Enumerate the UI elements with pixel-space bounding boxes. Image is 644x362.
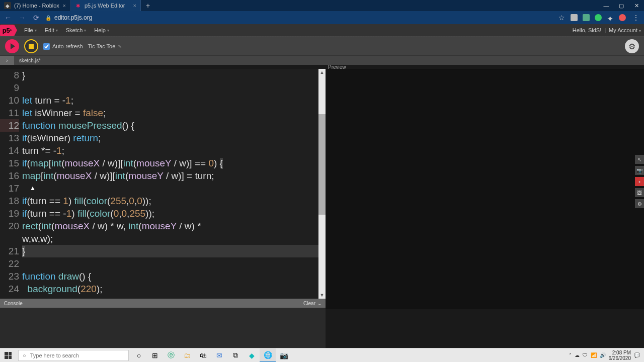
chevron-right-icon: › — [6, 58, 8, 63]
menu-help[interactable]: Help▾ — [91, 25, 112, 35]
scroll-up-icon[interactable]: ▲ — [318, 69, 326, 76]
chevron-down-icon: ▾ — [56, 28, 58, 33]
play-icon — [11, 43, 15, 49]
console-header: Console Clear ⌄ — [0, 299, 326, 308]
tray-chevron-icon[interactable]: ˄ — [569, 352, 572, 358]
browser-tabs: ◆ (7) Home - Roblox × ✱ p5.js Web Editor… — [0, 0, 155, 11]
lock-icon: 🔒 — [45, 15, 51, 21]
gear-icon: ⚙ — [628, 42, 635, 51]
extension-icons: ✦ ⋮ — [571, 13, 641, 23]
reload-button[interactable]: ⟳ — [31, 13, 41, 23]
my-account-menu[interactable]: My Account ▾ — [609, 27, 641, 33]
start-button[interactable] — [0, 348, 16, 363]
roblox-favicon-icon: ◆ — [4, 2, 11, 9]
cortana-icon[interactable]: ○ — [131, 348, 147, 363]
menu-file[interactable]: File▾ — [21, 25, 40, 35]
autorefresh-checkbox[interactable] — [43, 43, 50, 50]
scrollbar-thumb[interactable] — [318, 114, 326, 215]
search-icon: ○ — [23, 352, 26, 358]
back-button[interactable]: ← — [3, 13, 13, 23]
chevron-down-icon: ⌄ — [317, 301, 321, 306]
close-icon[interactable]: × — [133, 3, 136, 9]
play-button[interactable] — [5, 39, 19, 53]
file-tab-sketch[interactable]: sketch.js* — [14, 58, 46, 63]
explorer-icon[interactable]: 🗂 — [179, 348, 195, 363]
notifications-icon[interactable]: 💬 — [634, 352, 640, 358]
sidebar-expand-button[interactable]: › — [0, 56, 14, 65]
search-placeholder: Type here to search — [30, 352, 79, 358]
maximize-button[interactable]: ▢ — [614, 0, 629, 11]
system-tray: ˄ ☁ 🛡 📶 🔊 2:08 PM 6/26/2020 💬 — [565, 350, 645, 361]
wifi-icon[interactable]: 📶 — [591, 352, 597, 358]
sketch-name[interactable]: Tic Tac Toe ✎ — [88, 43, 122, 49]
store-icon[interactable]: 🛍 — [195, 348, 211, 363]
editor-scrollbar[interactable]: ▲ ▼ — [318, 69, 326, 299]
line-gutter: 89101112131415161718192021222324 — [0, 69, 22, 299]
shield-icon[interactable]: 🛡 — [583, 352, 588, 358]
p5-logo[interactable]: p5* — [0, 25, 14, 36]
browser-tab-p5[interactable]: ✱ p5.js Web Editor × — [70, 0, 141, 11]
edge-icon[interactable]: ⓔ — [163, 348, 179, 363]
taskbar-search[interactable]: ○ Type here to search — [18, 350, 129, 361]
chevron-down-icon: ▾ — [639, 29, 641, 33]
window-controls: — ▢ ✕ — [599, 0, 644, 11]
close-icon[interactable]: × — [63, 3, 66, 9]
forward-button[interactable]: → — [17, 13, 27, 23]
mail-icon[interactable]: ✉ — [211, 348, 227, 363]
extensions-menu-icon[interactable]: ✦ — [607, 14, 614, 21]
code-area[interactable]: }let turn = -1;let isWinner = false;func… — [22, 69, 326, 299]
editor-toolbar: Auto-refresh Tic Tac Toe ✎ ⚙ — [0, 37, 644, 56]
chevron-down-icon: ▾ — [107, 28, 109, 33]
windows-logo-icon — [5, 352, 12, 359]
minimize-button[interactable]: — — [599, 0, 614, 11]
close-window-button[interactable]: ✕ — [629, 0, 644, 11]
pointer-icon[interactable]: ↖ — [635, 155, 644, 164]
console-label: Console — [4, 301, 23, 306]
browser-menu-icon[interactable]: ⋮ — [631, 13, 641, 23]
browser-titlebar: ◆ (7) Home - Roblox × ✱ p5.js Web Editor… — [0, 0, 644, 11]
console-clear-button[interactable]: Clear ⌄ — [303, 301, 321, 306]
p5-favicon-icon: ✱ — [74, 2, 82, 9]
tab-title: p5.js Web Editor — [85, 3, 125, 9]
image-icon[interactable]: 🖼 — [635, 188, 644, 197]
tab-title: (7) Home - Roblox — [14, 3, 59, 9]
greeting-text: Hello, SidS! — [573, 27, 601, 33]
profile-avatar-icon[interactable] — [619, 14, 626, 21]
settings-button[interactable]: ⚙ — [625, 39, 639, 53]
browser-tab-roblox[interactable]: ◆ (7) Home - Roblox × — [0, 0, 70, 11]
chrome-icon[interactable]: 🌐 — [260, 348, 276, 363]
chevron-down-icon: ▾ — [35, 28, 37, 33]
editor-menubar: File▾ Edit▾ Sketch▾ Help▾ Hello, SidS! |… — [0, 24, 644, 37]
new-tab-button[interactable]: + — [141, 0, 155, 11]
taskbar-clock[interactable]: 2:08 PM 6/26/2020 — [609, 350, 631, 361]
chevron-down-icon: ▾ — [84, 28, 86, 33]
camera-icon[interactable]: 📷 — [635, 166, 644, 175]
url-text: editor.p5js.org — [54, 14, 92, 21]
recording-toolbar: ↖ 📷 ▪ 🖼 ⚙ — [635, 155, 644, 208]
gear-icon[interactable]: ⚙ — [635, 199, 644, 208]
autorefresh-toggle[interactable]: Auto-refresh — [43, 43, 83, 50]
camera-app-icon[interactable]: 📷 — [276, 348, 292, 363]
browser-addressbar: ← → ⟳ 🔒 editor.p5js.org ☆ ✦ ⋮ — [0, 11, 644, 24]
dropbox-icon[interactable]: ⧉ — [227, 348, 244, 363]
stop-button[interactable] — [24, 39, 38, 53]
stop-icon — [29, 44, 34, 49]
app-icon[interactable]: ◆ — [244, 348, 260, 363]
extension-icon[interactable] — [595, 14, 602, 21]
menu-sketch[interactable]: Sketch▾ — [63, 25, 90, 35]
scroll-down-icon[interactable]: ▼ — [318, 292, 326, 299]
pencil-icon: ✎ — [118, 44, 122, 49]
bookmark-icon[interactable]: ☆ — [556, 13, 567, 23]
console-body[interactable] — [0, 308, 326, 348]
address-field[interactable]: 🔒 editor.p5js.org — [45, 14, 552, 21]
windows-taskbar: ○ Type here to search ○ ⊞ ⓔ 🗂 🛍 ✉ ⧉ ◆ 🌐 … — [0, 348, 644, 362]
preview-pane — [326, 69, 644, 309]
extension-icon[interactable] — [583, 14, 590, 21]
record-icon[interactable]: ▪ — [635, 177, 644, 186]
extension-icon[interactable] — [571, 14, 578, 21]
code-editor[interactable]: 89101112131415161718192021222324 }let tu… — [0, 69, 326, 299]
menu-edit[interactable]: Edit▾ — [42, 25, 61, 35]
volume-icon[interactable]: 🔊 — [600, 352, 606, 358]
task-view-icon[interactable]: ⊞ — [147, 348, 163, 363]
onedrive-icon[interactable]: ☁ — [575, 352, 580, 358]
